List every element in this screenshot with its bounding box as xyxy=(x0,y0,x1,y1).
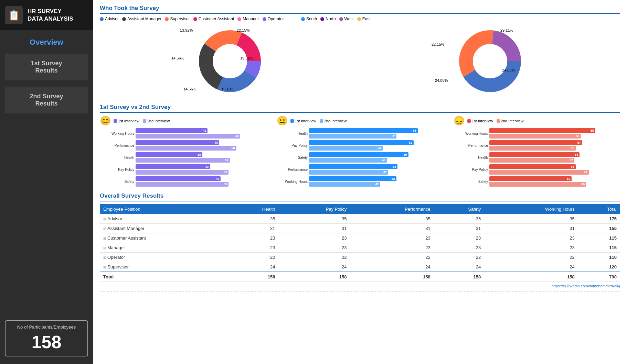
cell-total: 115 xyxy=(578,233,620,243)
east-label: East xyxy=(362,16,371,21)
neutral-chart-panel: 😐 1st Interview 2nd Interview Health xyxy=(277,115,443,188)
val-wh-h2: 60 xyxy=(235,134,239,138)
bar-track-wh-s2: 56 xyxy=(489,134,620,139)
bar-fill-wh-n1: 52 xyxy=(309,176,396,181)
bar-track-pay-h1: 43 xyxy=(136,164,266,169)
bar-fill-pay-h1: 43 xyxy=(136,164,210,169)
bar-row-wh-neutral: Working Hours 52 42 xyxy=(277,176,443,187)
val-safety-n1: 59 xyxy=(404,153,407,156)
table-row: ⊞Manager2323232323115 xyxy=(100,243,620,253)
table-row: ⊞Advisor3535353535175 xyxy=(100,214,620,224)
linkedin-link[interactable]: https://in.linkedin.com/in/mohammed-ali-… xyxy=(552,284,620,288)
bar-fill-health-h1: 38 xyxy=(136,152,202,157)
pct-1519-role: 15.19% xyxy=(221,87,234,91)
bar-fill-perf-s1: 57 xyxy=(489,140,582,145)
bar-track-pay-n1: 62 xyxy=(309,140,443,145)
cell-wh: 31 xyxy=(484,224,578,233)
cell-pay: 23 xyxy=(278,243,350,253)
cell-safety: 31 xyxy=(434,224,485,233)
val-pay-h1: 43 xyxy=(205,165,209,168)
col-safety: Safety xyxy=(434,204,485,214)
val-perf-n1: 53 xyxy=(393,165,396,168)
bar-label-safety-happy: Safety xyxy=(100,180,134,184)
bar-track-wh-h1: 41 xyxy=(136,128,266,133)
bar-track-pay-s1: 53 xyxy=(489,164,620,169)
cell-total-health: 158 xyxy=(227,272,278,282)
sidebar-header: 📋 HR SURVEYDATA ANALYSIS xyxy=(0,0,93,30)
advisor-label: Advisor xyxy=(105,16,119,21)
nav-2nd-survey[interactable]: 2nd SurveyResults xyxy=(5,87,88,113)
donut-charts-row: 22.15% 19.62% 15.19% 14.56% 14.56% 13.92… xyxy=(100,23,620,99)
val-wh-s1: 65 xyxy=(591,129,594,132)
legend-south: South xyxy=(301,16,317,21)
happy-legend-2nd: 2nd Interview xyxy=(143,119,170,123)
bar-fill-health-n2: 52 xyxy=(309,134,396,139)
bar-fill-perf-h2: 58 xyxy=(136,146,236,151)
table-row: ⊞Assistant Manager3131313131155 xyxy=(100,224,620,233)
bar-fill-pay-s2: 61 xyxy=(489,170,589,175)
bar-label-perf-sad: Performance xyxy=(454,144,488,147)
bar-track-safety-h2: 53 xyxy=(136,182,266,187)
neutral-chart-header: 😐 1st Interview 2nd Interview xyxy=(277,115,443,126)
bar-row-pay-sad: Pay Policy 53 61 xyxy=(454,164,620,175)
cell-pos: ⊞Operator xyxy=(100,253,227,262)
sidebar: 📋 HR SURVEYDATA ANALYSIS Overview 1st Su… xyxy=(0,0,93,364)
bar-row-wh-sad: Working Hours 65 56 xyxy=(454,128,620,139)
pct-2215-region: 22.15% xyxy=(432,42,444,46)
bar-fill-wh-h2: 60 xyxy=(136,134,240,139)
cell-perf: 23 xyxy=(350,233,434,243)
table-header-row: Employee Position Health Pay Policy Perf… xyxy=(100,204,620,214)
cell-total-perf: 158 xyxy=(350,272,434,282)
cell-wh: 23 xyxy=(484,233,578,243)
bar-row-pay-happy: Pay Policy 43 53 xyxy=(100,164,266,175)
bar-label-wh-sad: Working Hours xyxy=(454,132,488,135)
cell-perf: 24 xyxy=(350,262,434,272)
cell-wh: 22 xyxy=(484,253,578,262)
bar-group-wh-happy: 41 60 xyxy=(136,128,266,139)
supervisor-label: Supervisor xyxy=(170,16,190,21)
val-safety-n2: 46 xyxy=(382,158,385,162)
cell-pay: 23 xyxy=(278,233,350,243)
val-health-s1: 55 xyxy=(575,153,578,156)
bar-group-perf-sad: 57 53 xyxy=(489,140,620,151)
val-wh-h1: 41 xyxy=(203,129,206,132)
happy-1st-sq xyxy=(114,119,117,123)
bar-group-pay-neutral: 62 44 xyxy=(309,140,443,151)
bar-track-health-h2: 54 xyxy=(136,158,266,163)
bar-track-safety-s2: 59 xyxy=(489,182,620,187)
bar-track-health-n1: 65 xyxy=(309,128,443,133)
bar-row-health-happy: Health 38 54 xyxy=(100,152,266,163)
bar-track-safety-n2: 46 xyxy=(309,158,443,163)
bar-track-safety-h1: 49 xyxy=(136,176,266,181)
nav-1st-survey[interactable]: 1st SurveyResults xyxy=(5,54,88,80)
val-safety-s1: 50 xyxy=(567,177,570,180)
bar-fill-pay-n1: 62 xyxy=(309,140,414,145)
region-donut-svg xyxy=(456,27,524,96)
neutral-smiley: 😐 xyxy=(277,115,288,126)
bar-group-perf-neutral: 53 47 xyxy=(309,164,443,175)
sad-legend-2nd: 2nd Interview xyxy=(497,119,523,123)
bar-track-wh-s1: 65 xyxy=(489,128,620,133)
sad-1st-sq xyxy=(467,119,471,123)
pct-2405: 24.05% xyxy=(435,78,448,82)
happy-smiley: 😊 xyxy=(100,115,111,126)
bar-row-wh-happy: Working Hours 41 60 xyxy=(100,128,266,139)
val-perf-s2: 53 xyxy=(571,146,574,150)
main-content: Who Took the Survey Advisor Assistant Ma… xyxy=(93,0,627,364)
legend-supervisor: Supervisor xyxy=(165,16,190,21)
overall-table: Employee Position Health Pay Policy Perf… xyxy=(100,204,620,282)
val-wh-n2: 42 xyxy=(375,183,379,186)
bar-fill-wh-n2: 42 xyxy=(309,182,380,187)
bar-track-wh-n2: 42 xyxy=(309,182,443,187)
south-dot xyxy=(301,17,305,21)
col-health: Health xyxy=(227,204,278,214)
val-perf-h1: 48 xyxy=(214,141,218,144)
bar-fill-safety-s2: 59 xyxy=(489,182,586,187)
pct-2468: 24.68% xyxy=(502,68,515,72)
col-position: Employee Position xyxy=(100,204,227,214)
cell-health: 35 xyxy=(227,214,278,224)
legend-customer-assistant: Customer Assistant xyxy=(193,16,234,21)
bar-track-perf-n2: 47 xyxy=(309,170,443,175)
bar-fill-wh-h1: 41 xyxy=(136,128,208,133)
cell-total-pay: 158 xyxy=(278,272,350,282)
